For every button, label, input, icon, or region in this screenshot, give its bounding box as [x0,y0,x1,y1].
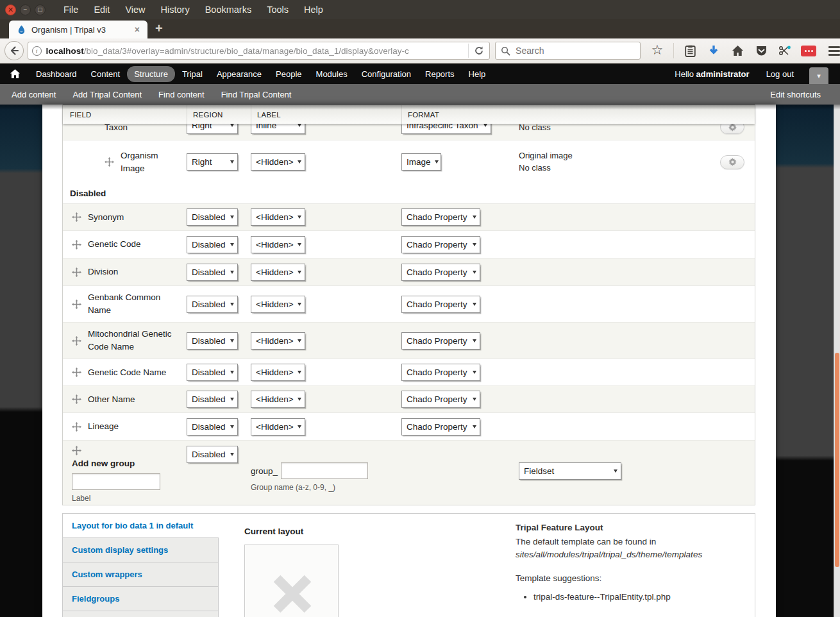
menu-tools[interactable]: Tools [267,4,289,15]
format-select[interactable]: Image [401,153,441,171]
drag-handle-icon[interactable] [72,446,81,455]
admin-item-modules[interactable]: Modules [309,66,355,82]
label-select[interactable]: <Hidden> [251,332,305,350]
label-select[interactable]: <Hidden> [251,153,305,171]
format-settings-button[interactable] [720,155,744,169]
region-select[interactable]: Disabled [187,446,238,463]
label-select[interactable]: <Hidden> [251,391,305,408]
format-select[interactable]: Chado Property [401,418,480,435]
window-close-button[interactable]: ✕ [5,4,16,15]
shortcut-find-content[interactable]: Find content [158,90,205,99]
label-select[interactable]: <Hidden> [251,208,305,226]
drag-handle-icon[interactable] [72,368,81,377]
region-select[interactable]: Disabled [187,264,238,281]
url-bar[interactable]: i localhost/bio_data/3#overlay=admin/str… [28,42,491,60]
region-select[interactable]: Disabled [187,208,238,226]
browser-tab[interactable]: Organism | Tripal v3 × [9,21,147,38]
home-icon[interactable] [730,43,745,58]
tab-close-icon[interactable]: × [132,24,142,35]
group-label-input[interactable] [72,473,160,490]
pocket-icon[interactable] [753,43,769,58]
back-button[interactable] [4,41,24,60]
format-select[interactable]: Chado Property [401,332,480,350]
label-select[interactable]: <Hidden> [251,264,305,281]
group-format-select[interactable]: Fieldset [519,462,621,480]
admin-item-configuration[interactable]: Configuration [355,66,418,82]
shortcut-add-content[interactable]: Add content [12,90,56,99]
menu-help[interactable]: Help [304,4,323,15]
drag-handle-icon[interactable] [72,422,81,432]
admin-item-help[interactable]: Help [462,66,493,82]
menu-view[interactable]: View [125,4,145,15]
format-select[interactable]: Chado Property [401,264,480,281]
tab-fieldgroups[interactable]: Fieldgroups [63,587,218,611]
extension-badge-icon[interactable] [801,46,816,56]
drag-handle-icon[interactable] [72,394,81,404]
site-info-icon[interactable]: i [32,46,42,56]
layout-description: The default template can be found in sit… [516,536,735,562]
admin-home-icon[interactable] [10,69,20,78]
region-select[interactable]: Disabled [187,418,238,435]
format-select[interactable]: Chado Property [401,296,480,313]
drag-handle-icon[interactable] [72,267,81,277]
region-select[interactable]: Disabled [187,296,238,313]
drag-handle-icon[interactable] [105,157,114,167]
reload-button[interactable] [468,44,485,58]
new-tab-button[interactable]: + [155,21,163,36]
menu-history[interactable]: History [161,4,190,15]
region-select[interactable]: Disabled [187,332,238,350]
label-select[interactable]: <Hidden> [251,236,305,253]
menu-edit[interactable]: Edit [94,4,110,15]
drag-handle-icon[interactable] [72,336,81,346]
admin-item-dashboard[interactable]: Dashboard [29,66,84,82]
drag-handle-icon[interactable] [72,300,81,309]
tab-layout-default[interactable]: Layout for bio data 1 in default [63,514,219,538]
label-select[interactable]: <Hidden> [251,364,305,381]
field-display-table: FIELD REGION LABEL FORMAT Taxon Right In… [62,105,755,505]
toolbar-toggle-button[interactable]: ▾ [809,67,828,84]
shortcut-find-tripal-content[interactable]: Find Tripal Content [221,90,292,99]
search-icon [501,46,510,56]
label-select[interactable]: <Hidden> [251,296,305,313]
search-box[interactable] [495,42,641,60]
menu-bookmarks[interactable]: Bookmarks [205,4,252,15]
table-row: Genetic Code Name Disabled <Hidden> Chad… [63,359,755,385]
search-input[interactable] [516,46,618,56]
format-select[interactable]: Chado Property [401,364,480,381]
bookmark-star-icon[interactable]: ☆ [650,43,665,58]
scrollbar-track[interactable] [834,105,840,617]
drag-handle-icon[interactable] [72,212,81,222]
admin-item-structure[interactable]: Structure [127,66,175,82]
tab-custom-display-settings[interactable]: Custom display settings [63,538,218,562]
window-minimize-button[interactable]: − [20,4,31,15]
shortcut-add-tripal-content[interactable]: Add Tripal Content [72,90,142,99]
menu-hamburger-icon[interactable] [828,46,840,56]
chevron-down-icon [610,469,617,473]
label-select[interactable]: <Hidden> [251,418,305,435]
bookmarks-list-icon[interactable] [682,43,698,58]
screenshot-tool-icon[interactable] [777,43,793,58]
admin-item-appearance[interactable]: Appearance [210,66,269,82]
region-select[interactable]: Disabled [187,236,238,253]
edit-shortcuts-link[interactable]: Edit shortcuts [770,90,821,99]
admin-item-reports[interactable]: Reports [418,66,462,82]
group-name-input[interactable] [281,462,368,479]
admin-item-people[interactable]: People [269,66,308,82]
format-select[interactable]: Chado Property [401,208,480,226]
window-maximize-button[interactable]: ◻ [35,4,46,15]
format-select[interactable]: Chado Property [401,391,480,408]
region-select[interactable]: Right [187,153,238,171]
drag-handle-icon[interactable] [72,240,81,249]
menu-file[interactable]: File [63,4,78,15]
region-select[interactable]: Disabled [187,364,238,381]
admin-item-content[interactable]: Content [84,66,128,82]
scrollbar-thumb[interactable] [835,353,839,567]
format-select[interactable]: Chado Property [401,236,480,253]
tab-custom-wrappers[interactable]: Custom wrappers [63,562,218,587]
logout-link[interactable]: Log out [766,69,794,79]
url-text[interactable]: localhost/bio_data/3#overlay=admin/struc… [46,46,469,56]
region-select[interactable]: Disabled [187,391,238,408]
downloads-icon[interactable] [706,43,721,58]
table-row: Mitochondrial Genetic Code Name Disabled… [63,322,755,359]
admin-item-tripal[interactable]: Tripal [175,66,210,82]
